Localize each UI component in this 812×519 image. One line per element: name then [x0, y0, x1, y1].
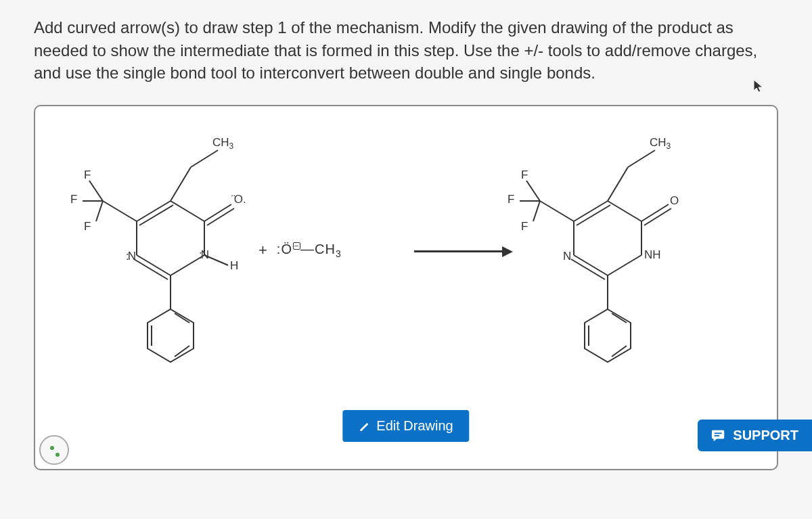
drawing-canvas[interactable]: CH3 F F F ¨O. :N :N H + :Ö−—CH3: [34, 105, 778, 470]
reagent-row: + :Ö−—CH3: [258, 242, 342, 259]
nh-label: NH: [644, 248, 661, 262]
svg-line-19: [175, 313, 189, 323]
svg-line-34: [608, 255, 641, 275]
svg-marker-18: [148, 309, 194, 362]
n-label-2: :N: [199, 248, 209, 262]
ch3-label-right: CH3: [650, 136, 671, 151]
mouse-cursor-icon: [752, 78, 765, 93]
svg-line-30: [608, 201, 641, 221]
svg-line-35: [574, 255, 608, 275]
svg-line-8: [171, 201, 204, 221]
f-label-r3: F: [521, 220, 528, 233]
n-label-right: N: [563, 250, 571, 263]
n-label-1: :N: [126, 250, 136, 263]
svg-line-4: [137, 201, 171, 221]
molecule-product: CH3 F F F O N NH: [493, 120, 696, 363]
h-label: H: [230, 259, 238, 273]
chat-icon: [711, 428, 726, 443]
svg-marker-39: [585, 309, 631, 362]
o-label-left: ¨O.: [231, 193, 245, 206]
f-label-r2: F: [508, 193, 514, 206]
svg-line-22: [526, 181, 540, 201]
f-label-2: F: [70, 193, 77, 206]
instructions-text: Add curved arrow(s) to draw step 1 of th…: [0, 0, 812, 98]
molecule-reactant: CH3 F F F ¨O. :N :N H: [55, 120, 258, 363]
svg-line-36: [571, 259, 605, 279]
plus-sign: +: [258, 242, 267, 259]
support-button[interactable]: SUPPORT: [698, 420, 812, 451]
svg-line-27: [577, 205, 610, 225]
svg-line-5: [139, 205, 173, 225]
f-label-1: F: [84, 168, 91, 182]
pencil-icon: [359, 420, 369, 431]
svg-line-29: [628, 150, 655, 167]
methoxide-reagent: :Ö−—CH3: [277, 242, 342, 259]
svg-line-15: [134, 259, 168, 279]
edit-drawing-label: Edit Drawing: [376, 418, 453, 434]
svg-line-28: [608, 167, 628, 201]
f-label-r1: F: [521, 168, 528, 182]
svg-rect-43: [715, 432, 722, 434]
svg-line-24: [533, 201, 540, 221]
svg-line-2: [96, 201, 103, 221]
edit-drawing-button[interactable]: Edit Drawing: [342, 410, 469, 442]
svg-line-3: [103, 201, 137, 221]
svg-line-26: [574, 201, 608, 221]
o-label-right: O: [670, 194, 679, 208]
svg-line-0: [89, 181, 103, 201]
svg-rect-44: [715, 435, 719, 436]
svg-line-6: [171, 167, 191, 201]
cookie-consent-icon[interactable]: [39, 435, 69, 465]
svg-line-14: [137, 255, 171, 275]
support-label: SUPPORT: [733, 428, 798, 443]
f-label-3: F: [84, 220, 91, 233]
svg-line-40: [612, 313, 627, 323]
ch3-label-left: CH3: [212, 136, 233, 151]
svg-line-25: [540, 201, 574, 221]
svg-line-7: [191, 150, 218, 167]
